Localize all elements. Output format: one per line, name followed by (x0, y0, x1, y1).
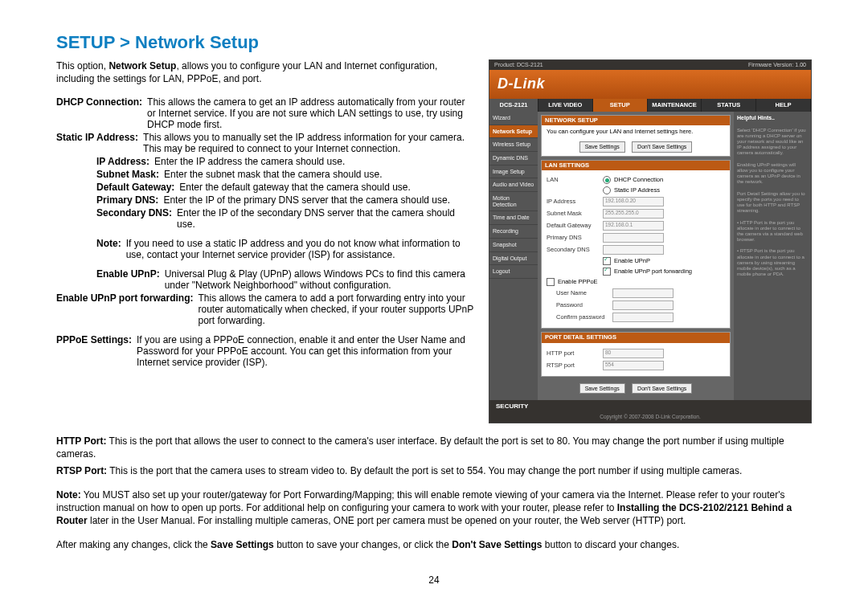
save-settings-button-bottom[interactable]: Save Settings (579, 383, 625, 394)
side-recording[interactable]: Recording (489, 225, 538, 239)
pdns-label: Primary DNS: (96, 194, 163, 206)
upnppf-checkbox[interactable] (603, 268, 611, 276)
side-motion[interactable]: Motion Detection (489, 192, 538, 211)
pppoe-label: PPPoE Settings: (56, 334, 137, 368)
sdns-label: Secondary DNS: (96, 207, 177, 230)
dont-save-settings-button[interactable]: Don't Save Settings (632, 141, 692, 153)
rtsp-port-label: RTSP Port: (56, 465, 107, 476)
description-column: This option, Network Setup, allows you t… (56, 59, 474, 370)
http-port-label: HTTP Port: (56, 435, 106, 447)
intro-paragraph: This option, Network Setup, allows you t… (56, 59, 474, 85)
page-title: SETUP > Network Setup (56, 32, 812, 53)
panel-network-setup-header: NETWORK SETUP (542, 116, 730, 125)
upnp-checkbox[interactable] (603, 257, 611, 265)
side-logout[interactable]: Logout (489, 265, 538, 279)
side-ddns[interactable]: Dynamic DNS (489, 152, 538, 166)
rtsp-port-field[interactable]: 554 (603, 361, 664, 370)
side-nav: Wizard Network Setup Wireless Setup Dyna… (489, 112, 538, 400)
panel-port-header: PORT DETAIL SETTINGS (542, 333, 730, 342)
ip-label: IP Address: (96, 156, 154, 167)
upnp-label: Enable UPnP: (96, 268, 165, 291)
tab-live-video[interactable]: LIVE VIDEO (538, 99, 593, 112)
panel-lan-header: LAN SETTINGS (542, 161, 730, 170)
copyright: Copyright © 2007-2008 D-Link Corporation… (493, 414, 808, 419)
brand-banner: D-Link (489, 70, 811, 99)
mask-field[interactable]: 255.255.255.0 (603, 209, 664, 219)
dont-save-settings-button-bottom[interactable]: Don't Save Settings (632, 383, 692, 394)
dhcp-label: DHCP Connection: (56, 96, 147, 130)
gw-field[interactable]: 192.168.0.1 (603, 221, 664, 231)
username-field[interactable] (612, 288, 674, 298)
password-field[interactable] (612, 300, 674, 310)
help-panel: Helpful Hints.. Select 'DHCP Connection'… (734, 112, 811, 400)
dhcp-radio[interactable] (603, 176, 611, 184)
side-network-setup[interactable]: Network Setup (489, 125, 538, 139)
product-label: Product: DCS-2121 (494, 62, 543, 68)
tab-status[interactable]: STATUS (702, 99, 756, 112)
page-number: 24 (56, 574, 812, 586)
pppoe-checkbox[interactable] (547, 278, 555, 286)
router-ui-screenshot: Product: DCS-2121 Firmware Version: 1.00… (489, 59, 812, 423)
note2-label: Note: (56, 489, 81, 501)
mask-label: Subnet Mask: (96, 169, 164, 180)
panel-network-setup-body: You can configure your LAN and Internet … (542, 125, 730, 138)
side-av[interactable]: Audio and Video (489, 178, 538, 192)
side-time[interactable]: Time and Date (489, 211, 538, 225)
footer-security: SECURITY (493, 403, 808, 414)
model-label: DCS-2121 (489, 99, 538, 112)
note-label: Note: (96, 238, 126, 260)
side-digital-out[interactable]: Digital Output (489, 252, 538, 266)
side-wizard[interactable]: Wizard (489, 112, 538, 125)
pdns-field[interactable] (603, 233, 664, 243)
sdns-field[interactable] (603, 245, 664, 255)
tab-setup[interactable]: SETUP (593, 99, 648, 112)
side-image[interactable]: Image Setup (489, 166, 538, 179)
static-ip-label: Static IP Address: (56, 132, 143, 154)
upnppf-label: Enable UPnP port forwarding: (56, 292, 198, 326)
save-settings-button[interactable]: Save Settings (579, 141, 625, 153)
top-nav: DCS-2121 LIVE VIDEO SETUP MAINTENANCE ST… (489, 99, 811, 112)
http-port-field[interactable]: 80 (603, 349, 664, 358)
ip-field[interactable]: 192.168.0.20 (603, 197, 664, 206)
gw-label: Default Gateway: (96, 182, 179, 193)
confirm-password-field[interactable] (612, 313, 674, 322)
tab-maintenance[interactable]: MAINTENANCE (648, 99, 702, 112)
side-snapshot[interactable]: Snapshot (489, 239, 538, 252)
side-wireless[interactable]: Wireless Setup (489, 138, 538, 152)
tab-help[interactable]: HELP (756, 99, 811, 112)
firmware-label: Firmware Version: 1.00 (748, 62, 806, 68)
static-radio[interactable] (603, 186, 611, 194)
